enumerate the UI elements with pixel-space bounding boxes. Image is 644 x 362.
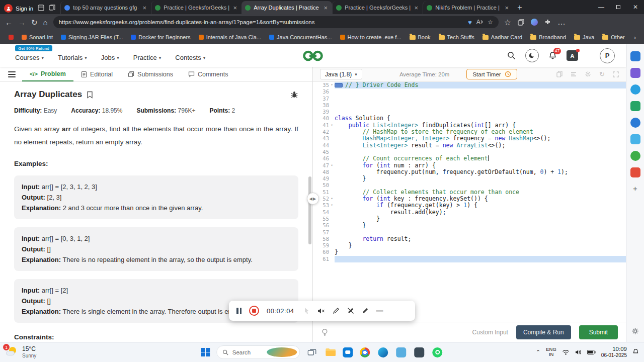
battery-icon[interactable] [587,350,596,354]
copilot-icon[interactable] [531,19,538,26]
bookmark-item[interactable] [5,33,17,41]
start-timer-button[interactable]: Start Timer [466,69,517,79]
browser-menu-icon[interactable]: … [557,18,566,27]
bookmark-icon[interactable] [87,91,93,99]
report-bug-icon[interactable] [290,90,298,99]
sidebar-app-icon[interactable] [630,101,640,111]
editor-settings-icon[interactable] [585,71,591,77]
forward-icon[interactable]: → [18,19,26,26]
code-line[interactable]: 58 return result; [313,236,626,242]
chrome-icon[interactable] [359,346,371,358]
tab-submissions[interactable]: Submissions [120,67,181,81]
code-line[interactable]: 54 result.add(key); [313,209,626,216]
code-line[interactable]: 47▾ for (int num : arr) { [313,162,626,169]
tab-close-icon[interactable]: × [414,4,420,12]
start-button[interactable] [201,348,210,357]
code-line[interactable]: 43 HashMap<Integer, Integer> frequency =… [313,135,626,142]
code-line[interactable]: 49 } [313,175,626,182]
add-sidebar-app-icon[interactable]: + [633,184,637,193]
bookmark-item[interactable]: Other [599,33,628,42]
sidebar-app-icon[interactable] [630,84,640,95]
favorite-star-icon[interactable]: ☆ [488,19,493,26]
bookmark-item[interactable]: SonarLint [18,33,56,42]
close-button[interactable]: ✕ [627,0,644,14]
code-line[interactable]: 36 [313,88,626,95]
code-line[interactable]: 44 List<Integer> result = new ArrayList<… [313,142,626,149]
sidebar-app-icon[interactable] [630,167,640,177]
fold-arrow-icon[interactable]: ▾ [329,122,335,129]
code-line[interactable]: 42 // HashMap to store the frequency of … [313,129,626,135]
code-line[interactable]: 37 [313,96,626,102]
code-line[interactable]: 38 [313,102,626,109]
recording-stop-button[interactable] [249,306,259,316]
file-explorer-icon[interactable] [325,346,336,358]
teams-chat-icon[interactable] [343,347,353,357]
code-line[interactable]: 48 frequency.put(num, frequency.getOrDef… [313,169,626,175]
fold-arrow-icon[interactable]: ▾ [329,162,335,169]
scrollbar-thumb[interactable] [308,176,311,244]
code-line[interactable]: 45 [313,149,626,155]
browser-tab[interactable]: Nikit's Problem | Practice | Geek...× [423,1,513,14]
taskbar-search[interactable]: Search [216,345,300,359]
home-icon[interactable]: ⌂ [43,19,48,26]
bookmark-item[interactable]: Signing JAR Files (T... [57,33,126,42]
bookmark-item[interactable]: Book [406,33,434,42]
dark-mode-toggle[interactable] [525,49,539,62]
bookmark-item[interactable]: Internals of Java Cla... [195,33,265,42]
tab-close-icon[interactable]: × [232,4,238,12]
fullscreen-icon[interactable] [613,71,619,77]
browser-tab[interactable]: Array Duplicates | Practice | Ge...× [242,1,332,14]
bookmark-item[interactable]: How to create .exe f... [337,33,405,42]
nav-item-practice[interactable]: Practice▾ [133,54,162,61]
code-line[interactable]: 39 [313,109,626,115]
terminal-app-icon[interactable] [414,346,425,358]
tab-close-icon[interactable]: × [504,4,510,12]
custom-input-link[interactable]: Custom Input [472,329,508,336]
maximize-button[interactable] [610,0,627,14]
browser-tab[interactable]: Practice | GeeksforGeeks | A co...× [151,1,242,14]
weather-widget[interactable]: 1 15°C Sunny [5,346,36,358]
code-line[interactable]: 57 [313,229,626,236]
code-line[interactable]: 59 } [313,242,626,249]
address-bar[interactable]: https://www.geeksforgeeks.org/problems/f… [53,16,499,28]
fold-arrow-icon[interactable]: ▾ [329,202,335,209]
code-line[interactable]: 50 [313,182,626,189]
fold-arrow-icon[interactable]: ▾ [329,82,335,88]
search-icon[interactable] [507,51,516,60]
microphone-muted-icon[interactable] [317,308,325,314]
compile-run-button[interactable]: Compile & Run [516,325,571,339]
copy-code-icon[interactable] [556,71,562,77]
wifi-icon[interactable] [562,349,570,355]
tab-actions-icon[interactable] [46,2,57,13]
tab-problem[interactable]: </> Problem [22,67,73,81]
format-code-icon[interactable] [571,71,577,77]
volume-icon[interactable] [575,349,582,355]
tab-comments[interactable]: Comments [181,67,235,81]
nav-item-tutorials[interactable]: Tutorials▾ [58,54,87,61]
language-select[interactable]: Java (1.8) ▾ [320,69,362,79]
code-line[interactable]: 40class Solution { [313,115,626,122]
sidebar-app-icon[interactable] [630,134,640,144]
tab-editorial[interactable]: Editorial [73,67,120,81]
cursor-effects-icon[interactable] [304,307,310,314]
code-line[interactable]: 52▾ for (int key : frequency.keySet()) { [313,196,626,202]
sidebar-app-icon[interactable] [630,151,640,161]
code-line[interactable]: 56 } [313,222,626,229]
read-aloud-icon[interactable]: A [476,19,483,26]
collections-icon[interactable] [518,19,524,26]
refresh-icon[interactable]: ↻ [31,19,38,26]
workspaces-icon[interactable] [35,2,46,13]
bookmark-item[interactable]: Java ConcurrentHas... [266,33,335,42]
nav-item-jobs[interactable]: Jobs▾ [101,54,119,61]
bookmark-item[interactable]: Java [571,33,598,42]
code-line[interactable]: 61 [313,256,626,262]
bookmark-item[interactable]: Tech Stuffs [435,33,478,42]
back-icon[interactable]: ← [5,19,13,26]
sidebar-app-icon[interactable] [630,118,640,128]
bookmark-item[interactable]: Aadhar Card [479,33,526,42]
bookmark-item[interactable]: Broadband [527,33,570,42]
code-line[interactable]: 46 // Count occurrences of each element [313,155,626,162]
sidebar-app-icon[interactable] [630,68,640,78]
minimize-button[interactable]: — [593,0,610,14]
panel-resize-handle[interactable]: ◀▶ [307,193,319,205]
